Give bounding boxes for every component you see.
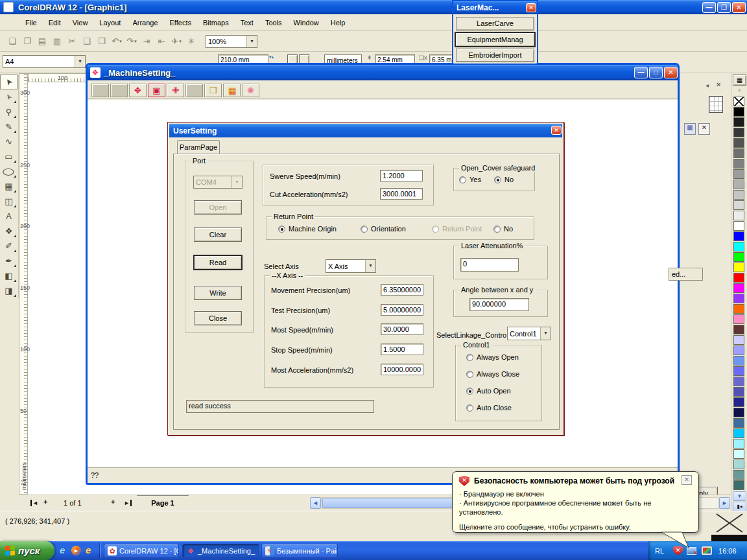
security-balloon[interactable]: ✕ Безопасность компьютера может быть под… [452, 471, 699, 533]
print-icon[interactable]: ▥ [50, 34, 64, 49]
close-port-button[interactable]: Close [194, 311, 242, 325]
equipmentmanage-button[interactable]: EquipmentManag [455, 32, 536, 47]
color-swatch[interactable] [733, 283, 744, 293]
color-swatch[interactable] [733, 211, 744, 220]
color-swatch[interactable] [733, 470, 744, 480]
docker-close-icon[interactable]: ✕ [716, 81, 721, 88]
export-icon[interactable]: ⇤ [154, 34, 169, 49]
color-swatch[interactable] [733, 397, 744, 407]
zoom-tool[interactable]: ⚲ [0, 104, 18, 119]
copy-icon[interactable]: ❑ [80, 34, 94, 49]
paste-icon[interactable]: ❒ [95, 34, 109, 49]
new-icon[interactable]: ❏ [5, 34, 19, 49]
radio-always-close[interactable] [466, 371, 473, 378]
text-tool[interactable]: A [0, 209, 18, 224]
media-player-icon[interactable]: ▶ [71, 546, 81, 555]
color-swatch[interactable] [733, 387, 744, 397]
outline-pen-tool[interactable]: ✒ [0, 253, 18, 268]
start-button[interactable]: пуск [0, 541, 54, 560]
color-swatch[interactable] [733, 294, 744, 303]
taskbar-task-paint[interactable]: ✎ Безымянный - Paint [261, 544, 338, 558]
add-page-after-icon[interactable]: + [111, 498, 115, 506]
redo-icon[interactable]: ↷▾ [124, 34, 139, 49]
axis-move-icon[interactable]: ✙ [167, 84, 184, 97]
radio-auto-open[interactable] [466, 388, 473, 395]
embroiderimport-button[interactable]: EmbroiderImport [456, 49, 534, 62]
tray-clock[interactable]: 16:06 [718, 547, 737, 555]
basic-shapes-tool[interactable]: ◫ [0, 194, 18, 209]
color-swatch[interactable] [733, 460, 744, 469]
smart-drawing-tool[interactable]: ∿ [0, 134, 18, 149]
radio-return-no[interactable] [493, 226, 501, 233]
docker-grid-icon[interactable]: ▦ [684, 123, 696, 135]
angle-field[interactable]: 90.000000 [469, 298, 529, 311]
rectangle-tool[interactable]: ▭ [0, 149, 18, 164]
import-icon[interactable]: ⇥ [139, 34, 154, 49]
ellipse-tool[interactable]: ◯ [0, 164, 18, 179]
color-swatch[interactable] [733, 262, 744, 272]
color-swatch[interactable] [733, 169, 744, 179]
menu-text[interactable]: Text [235, 17, 259, 29]
radio-auto-close[interactable] [466, 404, 473, 412]
menu-view[interactable]: View [67, 17, 94, 29]
cut-acceleration-field[interactable]: 3000.0001 [380, 188, 423, 200]
color-swatch[interactable] [733, 242, 744, 251]
radio-cover-yes[interactable] [459, 176, 466, 183]
msn-icon[interactable]: e [86, 544, 91, 555]
interactive-blend-tool[interactable]: ❖ [0, 224, 18, 239]
eyedropper-tool[interactable]: ✐ [0, 239, 18, 253]
save-icon[interactable]: ▤ [35, 34, 49, 49]
docker-x-icon[interactable]: ✕ [698, 123, 710, 135]
color-swatch[interactable] [733, 148, 744, 158]
color-swatch[interactable] [733, 366, 744, 376]
menu-tools[interactable]: Tools [259, 17, 288, 29]
color-swatch[interactable] [733, 159, 744, 169]
color-swatch[interactable] [733, 190, 744, 200]
machine-minimize-button[interactable]: — [634, 67, 648, 78]
menu-layout[interactable]: Layout [93, 17, 126, 29]
fill-tool[interactable]: ◧ [0, 268, 18, 283]
machine-control-icon[interactable]: ✥ [129, 84, 147, 97]
origin-point-icon[interactable]: ✺ [242, 84, 259, 97]
color-swatch[interactable] [733, 449, 744, 459]
shape-tool[interactable]: ➣ [0, 89, 18, 104]
color-swatch[interactable] [733, 273, 744, 283]
machine-maximize-button[interactable]: □ [649, 67, 663, 78]
hscroll-right-arrow[interactable]: ► [719, 497, 730, 509]
color-swatch[interactable] [733, 221, 744, 231]
radio-machine-origin[interactable] [278, 226, 285, 233]
tray-display-icon[interactable] [702, 546, 712, 555]
app-launcher-icon[interactable]: ✈▾ [169, 34, 184, 49]
color-swatch[interactable] [733, 117, 744, 127]
color-swatch[interactable] [733, 252, 744, 262]
cut-icon[interactable]: ✂ [65, 34, 79, 49]
palette-scroll-down-button[interactable]: ▼ [733, 491, 746, 501]
docker-flyout-icon[interactable]: ◂ [706, 82, 709, 89]
toolbar-blank-1[interactable] [91, 84, 109, 97]
close-button[interactable]: ✕ [732, 2, 746, 13]
menu-file[interactable]: File [19, 17, 43, 29]
menu-help[interactable]: Help [325, 17, 351, 29]
save-file-icon[interactable]: ▦ [223, 84, 241, 97]
menu-arrange[interactable]: Arrange [126, 17, 163, 29]
most-speed-field[interactable]: 30.0000 [381, 323, 423, 335]
graph-paper-tool[interactable]: ▦ [0, 179, 18, 194]
taskbar-task-corel[interactable]: ✿ CorelDRAW 12 - [Gra... [104, 544, 179, 558]
color-swatch[interactable] [733, 138, 744, 148]
color-swatch[interactable] [733, 314, 744, 324]
color-swatch[interactable] [733, 180, 744, 189]
menu-window[interactable]: Window [288, 17, 325, 29]
lasercarve-button[interactable]: LaserCarve [456, 17, 534, 30]
color-swatch[interactable] [733, 408, 744, 417]
pick-tool[interactable]: ➤ [0, 75, 18, 89]
palette-scroll-up-icon[interactable]: ▲ [733, 87, 746, 95]
swerve-speed-field[interactable]: 1.2000 [380, 170, 423, 181]
interactive-fill-tool[interactable]: ◨ [0, 283, 18, 298]
chevron-down-icon[interactable]: ▾ [75, 56, 85, 67]
palette-expand-button[interactable]: ▮◂ [733, 502, 746, 511]
balloon-close-icon[interactable]: ✕ [682, 475, 692, 485]
select-axis-combobox[interactable]: X Axis ▾ [326, 259, 376, 273]
movement-precision-field[interactable]: 6.35000000 [381, 284, 423, 296]
monitor-view-icon[interactable]: ▣ [148, 84, 165, 97]
radio-cover-no[interactable] [494, 176, 501, 183]
